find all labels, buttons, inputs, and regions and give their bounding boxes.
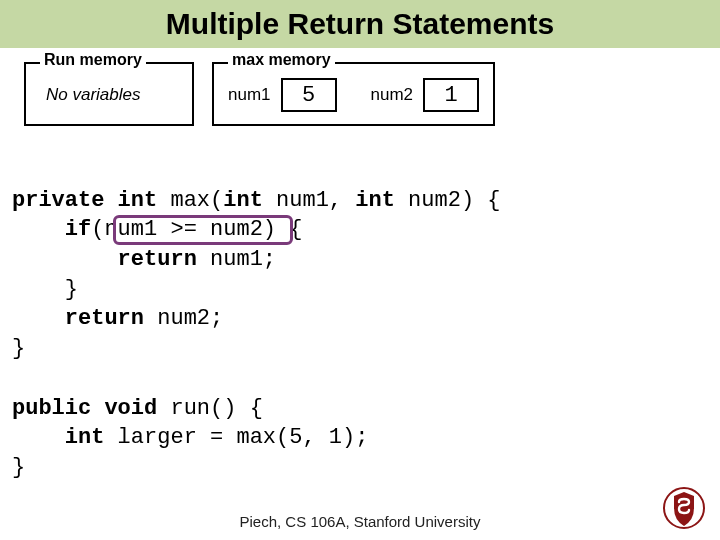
code-l6: }	[12, 336, 25, 361]
max-memory-box: max memory num1 5 num2 1	[212, 62, 495, 126]
code-l5: return num2;	[12, 306, 223, 331]
var-name-num2: num2	[371, 85, 414, 105]
var-name-num1: num1	[228, 85, 271, 105]
code-l9: }	[12, 455, 25, 480]
memory-row: Run memory No variables max memory num1 …	[0, 48, 720, 126]
code-l8: int larger = max(5, 1);	[12, 425, 368, 450]
code-l3: return num1;	[12, 247, 276, 272]
code-l4: }	[12, 277, 78, 302]
var-value-num1: 5	[281, 78, 337, 112]
footer-text: Piech, CS 106A, Stanford University	[0, 513, 720, 530]
code-block: private int max(int num1, int num2) { if…	[0, 126, 720, 512]
run-memory-label: Run memory	[40, 51, 146, 69]
highlight-return-num1	[113, 215, 293, 245]
max-memory-label: max memory	[228, 51, 335, 69]
title-bar: Multiple Return Statements	[0, 0, 720, 48]
var-value-num2: 1	[423, 78, 479, 112]
run-memory-box: Run memory No variables	[24, 62, 194, 126]
code-l7: public void run() {	[12, 396, 263, 421]
page-title: Multiple Return Statements	[166, 7, 554, 41]
stanford-logo-icon	[662, 486, 706, 530]
run-memory-content: No variables	[40, 79, 147, 111]
code-l1: private int max(int num1, int num2) {	[12, 188, 501, 213]
